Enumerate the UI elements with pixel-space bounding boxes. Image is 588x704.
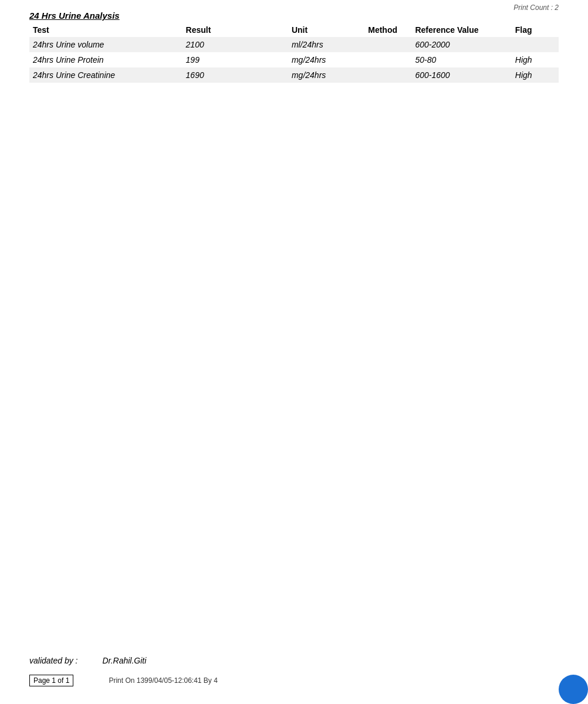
cell-flag: High (512, 52, 559, 67)
cell-test: 24hrs Urine Creatinine (29, 67, 183, 83)
validated-by-label: validated by : (29, 656, 78, 665)
validated-by-value: Dr.Rahil.Giti (102, 656, 146, 665)
cell-unit: ml/24hrs (288, 37, 364, 52)
cell-result: 2100 (183, 37, 288, 52)
header-result: Result (183, 23, 288, 37)
table-row: 24hrs Urine Protein199mg/24hrs50-80High (29, 52, 559, 67)
header-method: Method (364, 23, 411, 37)
cell-result: 199 (183, 52, 288, 67)
cell-method (364, 67, 411, 83)
cell-unit: mg/24hrs (288, 67, 364, 83)
cell-reference_value: 50-80 (411, 52, 511, 67)
table-header-row: Test Result Unit Method Reference Value … (29, 23, 559, 37)
footer-bottom: Page 1 of 1 Print On 1399/04/05-12:06:41… (29, 675, 559, 686)
page-label: Page 1 of 1 (29, 675, 73, 686)
report-table: Test Result Unit Method Reference Value … (29, 23, 559, 83)
blue-circle-decoration (559, 675, 588, 704)
cell-unit: mg/24hrs (288, 52, 364, 67)
footer: validated by : Dr.Rahil.Giti Page 1 of 1… (29, 656, 559, 686)
section-title: 24 Hrs Urine Analysis (29, 11, 559, 21)
header-unit: Unit (288, 23, 364, 37)
cell-reference_value: 600-1600 (411, 67, 511, 83)
validated-by-row: validated by : Dr.Rahil.Giti (29, 656, 559, 665)
cell-method (364, 37, 411, 52)
table-row: 24hrs Urine Creatinine1690mg/24hrs600-16… (29, 67, 559, 83)
header-test: Test (29, 23, 183, 37)
cell-flag: High (512, 67, 559, 83)
header-flag: Flag (512, 23, 559, 37)
cell-method (364, 52, 411, 67)
header-reference-value: Reference Value (411, 23, 511, 37)
table-row: 24hrs Urine volume2100ml/24hrs600-2000 (29, 37, 559, 52)
cell-test: 24hrs Urine Protein (29, 52, 183, 67)
cell-test: 24hrs Urine volume (29, 37, 183, 52)
print-on-label: Print On 1399/04/05-12:06:41 By 4 (109, 676, 217, 685)
page-container: Print Count : 2 24 Hrs Urine Analysis Te… (0, 0, 588, 704)
cell-reference_value: 600-2000 (411, 37, 511, 52)
cell-result: 1690 (183, 67, 288, 83)
print-count: Print Count : 2 (513, 4, 559, 12)
cell-flag (512, 37, 559, 52)
